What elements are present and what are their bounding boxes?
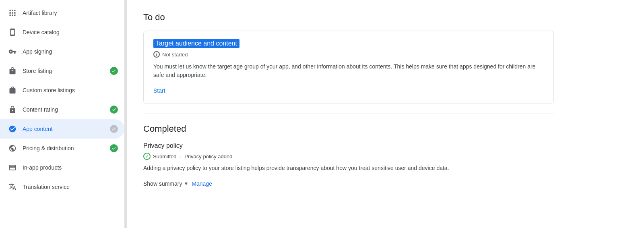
privacy-policy-card: Privacy policy Submitted · Privacy polic… — [143, 142, 554, 193]
privacy-description: Adding a privacy policy to your store li… — [143, 164, 554, 172]
key-icon — [8, 47, 17, 56]
sidebar-item-artifact-library[interactable]: Artifact library — [0, 3, 124, 23]
sidebar-item-pricing-distribution[interactable]: Pricing & distribution — [0, 139, 124, 158]
sidebar-item-in-app-products-label: In-app products — [23, 164, 118, 171]
pricing-distribution-badge — [110, 144, 118, 152]
show-summary-label: Show summary — [143, 180, 182, 187]
sidebar-item-content-rating[interactable]: Content rating — [0, 100, 124, 119]
content-rating-badge — [110, 106, 118, 114]
sidebar-item-translation-service[interactable]: Translation service — [0, 177, 124, 197]
completed-section-title: Completed — [143, 124, 554, 134]
grid-icon — [8, 8, 17, 17]
store-listing-badge — [110, 67, 118, 75]
task-status-label: Not started — [162, 52, 188, 58]
info-icon: i — [153, 51, 160, 58]
target-audience-card: Target audience and content i Not starte… — [143, 31, 554, 104]
lock-icon — [8, 105, 17, 114]
manage-button[interactable]: Manage — [192, 178, 212, 189]
sidebar-item-device-catalog[interactable]: Device catalog — [0, 23, 124, 42]
show-summary-button[interactable]: Show summary ▼ — [143, 178, 188, 189]
sidebar-item-custom-store-listings-label: Custom store listings — [23, 87, 118, 93]
target-audience-title[interactable]: Target audience and content — [153, 39, 239, 48]
custom-bag-icon — [8, 86, 17, 95]
sidebar-item-app-content[interactable]: App content — [0, 119, 124, 139]
privacy-actions: Show summary ▼ Manage — [143, 178, 554, 189]
privacy-policy-title: Privacy policy — [143, 142, 554, 149]
main-content: To do Target audience and content i Not … — [127, 0, 644, 228]
check-circle-icon — [143, 153, 151, 160]
globe-icon — [8, 144, 17, 153]
privacy-status: Submitted · Privacy policy added — [143, 153, 554, 160]
sidebar-item-device-catalog-label: Device catalog — [23, 29, 118, 35]
start-button[interactable]: Start — [153, 86, 165, 95]
app-content-badge — [110, 125, 118, 133]
sidebar-item-app-signing[interactable]: App signing — [0, 42, 124, 61]
submitted-label: Submitted — [153, 153, 177, 160]
bag-icon — [8, 66, 17, 75]
sidebar-item-translation-service-label: Translation service — [23, 184, 118, 190]
task-status: i Not started — [153, 51, 544, 58]
status-dot: · — [180, 153, 182, 160]
sidebar-item-artifact-library-label: Artifact library — [23, 10, 118, 16]
sidebar-item-in-app-products[interactable]: In-app products — [0, 158, 124, 177]
task-description: You must let us know the target age grou… — [153, 62, 544, 79]
chevron-down-icon: ▼ — [184, 181, 188, 187]
sidebar: Artifact library Device catalog App sign… — [0, 0, 125, 228]
sidebar-item-content-rating-label: Content rating — [23, 106, 110, 113]
translate-icon — [8, 182, 17, 191]
sidebar-item-app-signing-label: App signing — [23, 48, 118, 55]
sidebar-item-store-listing-label: Store listing — [23, 68, 110, 74]
sidebar-item-store-listing[interactable]: Store listing — [0, 61, 124, 81]
todo-section-title: To do — [143, 12, 554, 23]
device-icon — [8, 28, 17, 37]
sidebar-item-app-content-label: App content — [23, 126, 110, 132]
privacy-policy-added-label: Privacy policy added — [184, 153, 232, 160]
sidebar-item-custom-store-listings[interactable]: Custom store listings — [0, 81, 124, 100]
products-icon — [8, 163, 17, 172]
sidebar-item-pricing-distribution-label: Pricing & distribution — [23, 145, 110, 151]
app-content-icon — [8, 124, 17, 133]
section-divider — [143, 114, 554, 114]
